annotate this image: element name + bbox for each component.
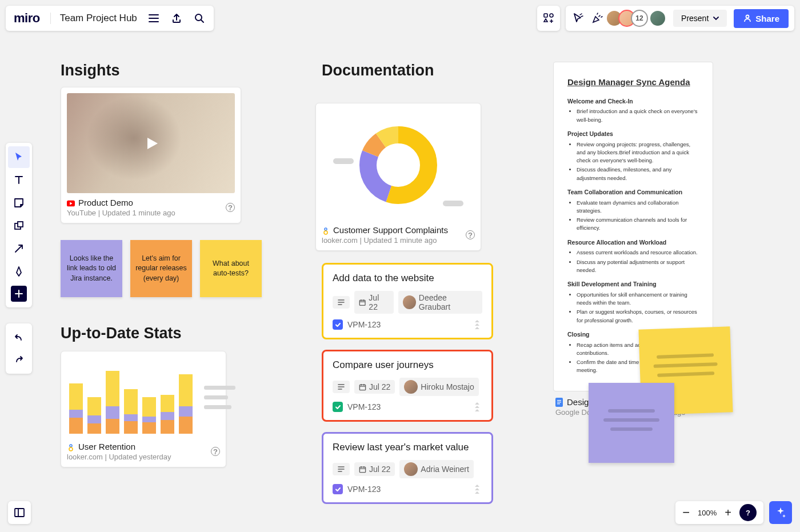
svg-rect-18 <box>359 467 365 472</box>
zoom-out-button[interactable]: − <box>682 505 690 520</box>
avatar <box>404 462 418 476</box>
svg-rect-20 <box>557 400 561 401</box>
board-title[interactable]: Team Project Hub <box>50 13 137 24</box>
share-button[interactable]: Share <box>734 9 789 28</box>
undo-button[interactable] <box>8 327 30 349</box>
video-card-meta: YouTube | Updated 1 minute ago <box>67 209 175 217</box>
sticky-tool[interactable] <box>8 192 30 214</box>
task-card[interactable]: Review last year's market value Jul 22 A… <box>322 432 493 504</box>
donut-card[interactable]: Customer Support Complaints looker.com |… <box>315 103 481 251</box>
sticky-note[interactable]: What about auto-tests? <box>200 240 262 297</box>
task-list: Add data to the website Jul 22 Deedee Gr… <box>322 263 493 514</box>
donut-chart <box>322 109 475 221</box>
stats-card[interactable]: User Retention looker.com | Updated yest… <box>61 351 226 467</box>
section-title-insights: Insights <box>61 62 120 79</box>
sticky-note[interactable]: Looks like the link leads to old Jira in… <box>61 240 122 297</box>
info-icon[interactable]: ? <box>226 203 235 212</box>
section-title-stats: Up-to-Date Stats <box>61 325 182 342</box>
confetti-icon[interactable] <box>591 12 603 25</box>
chart-legend <box>198 357 235 437</box>
task-card[interactable]: Add data to the website Jul 22 Deedee Gr… <box>322 263 493 339</box>
looker-icon <box>322 227 330 235</box>
task-status-icon <box>333 402 343 412</box>
task-assignee[interactable]: Hiroku Mostajo <box>399 378 478 396</box>
toolbar-history <box>6 323 32 374</box>
task-id[interactable]: VPM-123 <box>333 402 381 412</box>
avatar-more[interactable]: 12 <box>631 10 648 27</box>
task-assignee[interactable]: Adria Weinert <box>399 460 474 478</box>
add-tool[interactable] <box>11 286 27 302</box>
svg-rect-23 <box>15 509 24 517</box>
header-right: 12 Present Share <box>537 6 794 31</box>
svg-point-3 <box>746 15 749 18</box>
svg-rect-5 <box>18 222 23 227</box>
task-date[interactable]: Jul 22 <box>354 380 395 394</box>
task-assignee[interactable]: Deedee Graubart <box>398 291 482 314</box>
video-card[interactable]: Product Demo YouTube | Updated 1 minute … <box>61 87 241 223</box>
task-card[interactable]: Compare user journeys Jul 22 Hiroku Most… <box>322 350 493 422</box>
jira-link-icon[interactable] <box>472 402 482 412</box>
search-icon[interactable] <box>193 12 206 25</box>
zoom-level[interactable]: 100% <box>698 509 717 517</box>
svg-rect-21 <box>557 402 561 402</box>
task-title: Add data to the website <box>333 273 482 284</box>
info-icon[interactable]: ? <box>211 447 220 456</box>
redo-button[interactable] <box>8 349 30 370</box>
jira-link-icon[interactable] <box>472 319 482 330</box>
bar-chart <box>67 357 195 437</box>
task-description-icon[interactable] <box>333 381 350 393</box>
stats-card-meta: looker.com | Updated yesterday <box>67 453 171 461</box>
donut-card-meta: looker.com | Updated 1 minute ago <box>322 236 448 245</box>
task-date[interactable]: Jul 22 <box>354 291 394 314</box>
avatar[interactable] <box>649 10 666 27</box>
section-title-documentation: Documentation <box>322 62 434 79</box>
menu-icon[interactable] <box>147 12 160 25</box>
svg-rect-16 <box>359 300 365 305</box>
pen-tool[interactable] <box>8 261 30 282</box>
select-tool[interactable] <box>8 146 30 168</box>
youtube-icon <box>67 199 75 207</box>
svg-rect-17 <box>359 385 365 390</box>
donut-card-title: Customer Support Complaints <box>333 225 448 235</box>
task-status-icon <box>333 319 343 330</box>
svg-rect-1 <box>544 14 547 17</box>
toolbar <box>6 143 32 307</box>
svg-point-2 <box>550 14 553 17</box>
collab-bar: 12 Present Share <box>566 6 794 31</box>
ai-assist-button[interactable] <box>769 501 792 524</box>
task-date[interactable]: Jul 22 <box>354 462 395 476</box>
svg-point-14 <box>325 228 327 230</box>
shape-tool[interactable] <box>8 215 30 237</box>
export-icon[interactable] <box>170 12 183 25</box>
task-id[interactable]: VPM-123 <box>333 319 381 330</box>
jira-link-icon[interactable] <box>472 484 482 494</box>
zoom-in-button[interactable]: + <box>725 506 731 519</box>
apps-button[interactable] <box>537 6 560 31</box>
task-description-icon[interactable] <box>333 463 350 475</box>
cursor-icon[interactable] <box>571 12 584 25</box>
svg-point-9 <box>69 447 73 451</box>
help-button[interactable]: ? <box>739 504 757 521</box>
video-thumbnail[interactable] <box>67 93 235 193</box>
svg-point-8 <box>70 445 72 447</box>
video-card-title: Product Demo <box>78 198 133 207</box>
svg-rect-22 <box>557 403 560 404</box>
arrow-tool[interactable] <box>8 238 30 259</box>
task-title: Review last year's market value <box>333 442 482 453</box>
avatar <box>403 295 416 309</box>
looker-icon <box>67 443 75 451</box>
present-button[interactable]: Present <box>673 10 727 27</box>
play-icon[interactable] <box>138 131 163 156</box>
frames-panel-button[interactable] <box>8 501 31 524</box>
svg-point-15 <box>324 231 327 234</box>
info-icon[interactable]: ? <box>466 230 475 239</box>
miro-logo[interactable]: miro <box>14 11 40 26</box>
task-description-icon[interactable] <box>333 296 350 309</box>
task-id[interactable]: VPM-123 <box>333 484 381 494</box>
task-title: Compare user journeys <box>333 359 482 371</box>
sticky-note[interactable] <box>589 383 674 463</box>
avatar-stack[interactable]: 12 <box>610 10 666 27</box>
stats-card-title: User Retention <box>78 442 135 451</box>
sticky-note[interactable]: Let's aim for regular releases (every da… <box>130 240 192 297</box>
text-tool[interactable] <box>8 169 30 191</box>
